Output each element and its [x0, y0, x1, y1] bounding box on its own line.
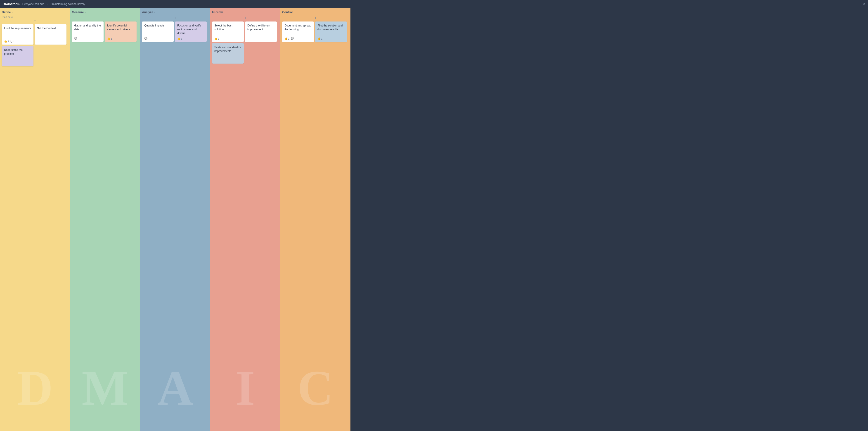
card-focus[interactable]: Focus on and verify root causes and driv…	[175, 22, 207, 42]
card-footer-elicit: 👍1💬	[4, 40, 31, 43]
card-like-elicit[interactable]: 👍1	[4, 40, 9, 43]
card-like-focus[interactable]: 👍1	[177, 37, 182, 40]
add-card-button-control[interactable]: +	[282, 16, 349, 21]
card-footer-gather: 💬	[74, 37, 101, 40]
card-footer-select: 👍1	[214, 37, 242, 40]
card-define-improvement[interactable]: Define the different improvement	[245, 22, 277, 42]
col-arrow-define: ↓	[12, 11, 13, 13]
card-like-document[interactable]: 👍1	[284, 37, 289, 40]
column-control: Control↓+Document and spread the learnin…	[280, 8, 350, 431]
card-pilot[interactable]: Pilot the solution and document results👍…	[315, 22, 347, 42]
add-card-button-improve[interactable]: +	[212, 16, 279, 21]
cards-area-control: Document and spread the learning👍1💬Pilot…	[282, 22, 349, 42]
column-measure: Measure↓+Gather and qualify the data💬Ide…	[70, 8, 140, 431]
like-icon: 👍	[284, 37, 288, 40]
header-subtitle-mode: Brainstorming collaboratively	[51, 2, 85, 6]
card-text-define-improvement: Define the different improvement	[247, 24, 275, 31]
app-title: Brainstorm	[3, 2, 20, 6]
col-header-control: Control↓	[282, 10, 349, 14]
card-identify[interactable]: Identify potential causes and drivers👍1	[105, 22, 136, 42]
card-gather[interactable]: Gather and qualify the data💬	[72, 22, 103, 42]
card-comment-icon-elicit[interactable]: 💬	[10, 40, 13, 43]
card-select[interactable]: Select the best solution👍1	[212, 22, 244, 42]
col-header-measure: Measure↓	[72, 10, 138, 14]
card-document[interactable]: Document and spread the learning👍1💬	[282, 22, 314, 42]
card-footer-pilot: 👍1	[317, 37, 345, 40]
card-like-pilot[interactable]: 👍1	[317, 37, 322, 40]
card-text-focus: Focus on and verify root causes and driv…	[177, 24, 205, 35]
col-title-improve: Improve	[212, 10, 224, 14]
cards-area-analyze: Quantify impacts💬Focus on and verify roo…	[142, 22, 209, 42]
card-footer-quantify: 💬	[144, 37, 172, 40]
column-define: Define↓Start here+Elicit the requirement…	[0, 8, 70, 431]
col-arrow-measure: ↓	[85, 11, 86, 13]
col-arrow-analyze: ↓	[154, 11, 155, 13]
like-count-document: 1	[288, 37, 289, 40]
add-card-button-measure[interactable]: +	[72, 16, 138, 21]
card-text-gather: Gather and qualify the data	[74, 24, 101, 31]
card-footer-focus: 👍1	[177, 37, 205, 40]
card-scale[interactable]: Scale and standardize improvements	[212, 43, 244, 64]
cards-area-define: Elicit the requirements👍1💬Set the Contex…	[2, 24, 68, 66]
col-arrow-control: ↓	[293, 11, 295, 13]
col-subtitle-define: Start here	[2, 16, 68, 18]
col-title-measure: Measure	[72, 10, 84, 14]
like-icon: 👍	[177, 37, 180, 40]
col-header-analyze: Analyze↓	[142, 10, 209, 14]
like-icon: 👍	[214, 37, 218, 40]
like-icon: 👍	[4, 40, 7, 43]
like-icon: 👍	[317, 37, 320, 40]
card-understand[interactable]: Understand the problem	[2, 46, 33, 66]
card-like-select[interactable]: 👍1	[214, 37, 219, 40]
add-card-button-analyze[interactable]: +	[142, 16, 209, 21]
like-count-identify: 1	[111, 37, 112, 40]
card-text-identify: Identify potential causes and drivers	[107, 24, 134, 31]
card-text-pilot: Pilot the solution and document results	[317, 24, 345, 31]
col-header-define: Define↓	[2, 10, 68, 14]
col-title-analyze: Analyze	[142, 10, 153, 14]
card-footer-identify: 👍1	[107, 37, 134, 40]
col-arrow-improve: ↓	[224, 11, 226, 13]
header: Brainstorm Everyone can add · Brainstorm…	[0, 0, 868, 8]
cards-area-measure: Gather and qualify the data💬Identify pot…	[72, 22, 138, 42]
column-improve: Improve↓+Select the best solution👍1Defin…	[210, 8, 280, 431]
card-quantify[interactable]: Quantify impacts💬	[142, 22, 174, 42]
like-count-focus: 1	[181, 37, 182, 40]
card-comment-icon-document[interactable]: 💬	[291, 37, 294, 40]
board: Define↓Start here+Elicit the requirement…	[0, 8, 868, 431]
add-card-button-define[interactable]: +	[2, 18, 68, 23]
card-text-quantify: Quantify impacts	[144, 24, 172, 28]
cards-area-improve: Select the best solution👍1Define the dif…	[212, 22, 279, 64]
like-count-select: 1	[218, 37, 219, 40]
card-text-set-context: Set the Context	[37, 26, 64, 30]
col-header-improve: Improve↓	[212, 10, 279, 14]
card-text-scale: Scale and standardize improvements	[214, 46, 242, 53]
like-icon: 👍	[107, 37, 110, 40]
close-button[interactable]: ×	[863, 2, 865, 6]
card-text-select: Select the best solution	[214, 24, 242, 31]
card-set-context[interactable]: Set the Context	[35, 24, 66, 45]
col-title-define: Define	[2, 10, 11, 14]
card-text-understand: Understand the problem	[4, 48, 31, 56]
header-subtitle-action: Everyone can add	[22, 2, 44, 6]
col-title-control: Control	[282, 10, 292, 14]
card-text-elicit: Elicit the requirements	[4, 26, 31, 30]
card-comment-icon-gather[interactable]: 💬	[74, 37, 77, 40]
card-footer-document: 👍1💬	[284, 37, 312, 40]
card-like-identify[interactable]: 👍1	[107, 37, 112, 40]
card-comment-icon-quantify[interactable]: 💬	[144, 37, 147, 40]
like-count-pilot: 1	[321, 37, 322, 40]
card-text-document: Document and spread the learning	[284, 24, 312, 31]
like-count-elicit: 1	[8, 40, 9, 43]
card-elicit[interactable]: Elicit the requirements👍1💬	[2, 24, 33, 45]
column-analyze: Analyze↓+Quantify impacts💬Focus on and v…	[140, 8, 210, 431]
